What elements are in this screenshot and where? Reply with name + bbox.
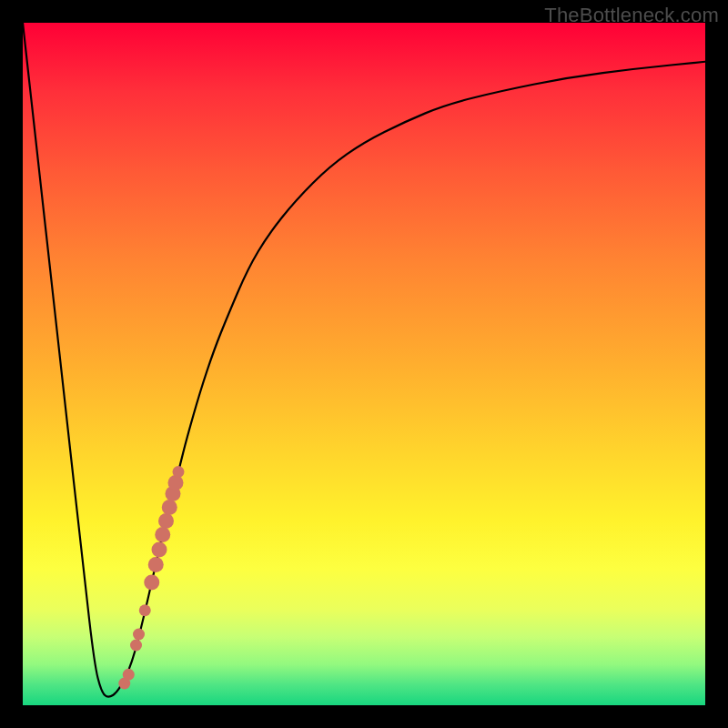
bottleneck-curve — [23, 23, 705, 697]
highlight-dot — [168, 475, 184, 490]
highlight-dot — [139, 604, 151, 616]
highlight-dot — [144, 575, 159, 591]
highlight-dot — [173, 466, 185, 478]
highlight-dot — [152, 542, 167, 558]
highlight-dot — [123, 669, 135, 681]
highlight-dot — [133, 629, 145, 641]
highlight-dot — [155, 527, 170, 542]
highlight-dot — [130, 640, 142, 652]
highlight-dot — [148, 557, 164, 572]
highlight-dot — [158, 513, 174, 529]
chart-frame: TheBottleneck.com — [0, 0, 728, 728]
highlight-dot — [162, 500, 177, 515]
chart-svg — [23, 23, 705, 705]
highlight-dots-group — [118, 466, 184, 690]
plot-area — [23, 23, 705, 705]
